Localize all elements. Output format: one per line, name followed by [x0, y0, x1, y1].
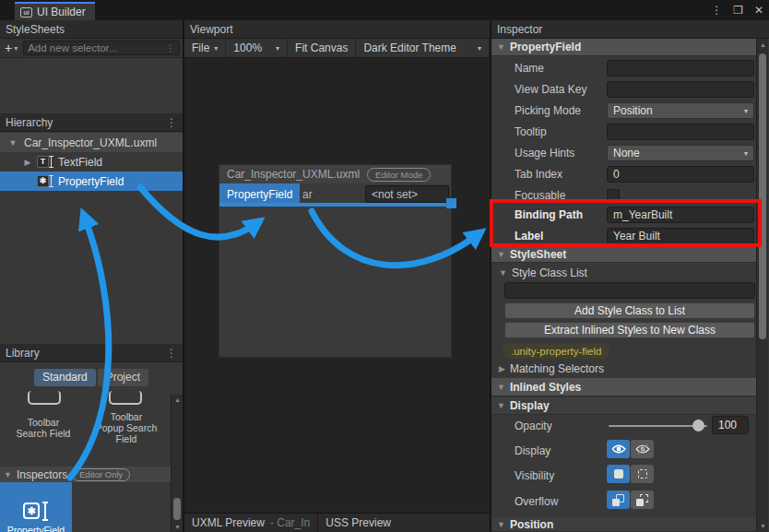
canvas-header[interactable]: Car_Inspector_UXML.uxml Editor Mode: [219, 165, 451, 183]
overflow-hidden-toggle[interactable]: [631, 491, 654, 509]
usage-hints-dropdown[interactable]: None ▾: [607, 145, 754, 161]
hierarchy-menu-icon[interactable]: ⋮: [166, 116, 177, 129]
extract-inlined-styles-button[interactable]: Extract Inlined Styles to New Class: [504, 322, 755, 338]
overflow-visible-toggle[interactable]: [607, 491, 630, 509]
tab-index-input[interactable]: 0: [607, 166, 754, 183]
tree-row-root[interactable]: ▼ Car_Inspector_UXML.uxml: [0, 133, 183, 152]
close-icon[interactable]: ✕: [754, 4, 763, 17]
display-label: Display: [515, 444, 550, 457]
file-menu[interactable]: File ▾: [184, 39, 226, 57]
style-class-input[interactable]: [504, 282, 755, 299]
view-data-key-input[interactable]: [607, 81, 754, 98]
uss-preview-label: USS Preview: [325, 516, 391, 529]
view-data-key-label: View Data Key: [515, 83, 587, 96]
ui-builder-icon: ui: [20, 7, 32, 18]
overflow-visible-icon: [612, 494, 624, 506]
propertyfield-tile-icon: ✱: [22, 501, 50, 525]
class-pill-unity-property-field[interactable]: .unity-property-field: [503, 343, 609, 359]
section-propertyfield[interactable]: ▼ PropertyField: [491, 39, 756, 56]
matching-selectors-foldout[interactable]: ▶ Matching Selectors: [491, 361, 756, 377]
maximize-icon[interactable]: ❒: [733, 4, 743, 17]
window-menu-icon[interactable]: ⋮: [711, 4, 722, 17]
tab-standard[interactable]: Standard: [34, 369, 96, 386]
selected-element-chip[interactable]: PropertyField: [219, 183, 300, 205]
style-class-list-foldout[interactable]: ▼ Style Class List: [491, 265, 756, 281]
section-display[interactable]: ▼ Display: [491, 397, 756, 415]
style-class-list-label: Style Class List: [512, 266, 587, 279]
visibility-visible-toggle[interactable]: [607, 465, 630, 483]
foldout-closed-icon[interactable]: ▶: [22, 158, 33, 167]
section-inlined-styles[interactable]: ▼ Inlined Styles: [491, 378, 756, 396]
zoom-dropdown[interactable]: 100% ▾: [226, 39, 288, 57]
scroll-down-icon[interactable]: ▼: [172, 524, 183, 530]
element-value-field[interactable]: <not set>: [365, 185, 449, 203]
library-item-toolbar-popup-search-field[interactable]: Toolbar Popup Search Field: [87, 411, 166, 444]
new-selector-input[interactable]: Add new selector... ⋮: [23, 41, 180, 55]
library-tile-propertyfield[interactable]: ✱ PropertyField: [0, 482, 72, 532]
theme-dropdown[interactable]: Dark Editor Theme ▾: [356, 39, 490, 57]
canvas[interactable]: Car_Inspector_UXML.uxml Editor Mode Prop…: [219, 164, 452, 358]
foldout-open-icon: ▼: [499, 268, 507, 278]
tree-root-label: Car_Inspector_UXML.uxml: [24, 136, 157, 149]
tab-project[interactable]: Project: [98, 369, 148, 386]
tab-ui-builder[interactable]: ui UI Builder: [15, 2, 95, 20]
foldout-open-icon[interactable]: ▼: [7, 138, 18, 148]
add-selector-button[interactable]: + ▾: [3, 41, 19, 55]
add-style-class-button[interactable]: Add Style Class to List: [504, 302, 755, 319]
tab-uxml-preview[interactable]: UXML Preview - Car_In: [184, 514, 317, 532]
file-menu-label: File: [192, 41, 209, 54]
library-item-toolbar-search-field[interactable]: Toolbar Search Field: [4, 417, 83, 439]
inspector-scrollbar[interactable]: ▲ ▼: [756, 39, 768, 532]
library-menu-icon[interactable]: ⋮: [166, 347, 177, 360]
tooltip-input[interactable]: [607, 124, 754, 140]
stylesheets-header: StyleSheets: [0, 20, 183, 39]
eye-off-icon: [635, 443, 650, 455]
name-input[interactable]: [607, 60, 754, 77]
foldout-open-icon: ▼: [4, 470, 12, 479]
canvas-title: Car_Inspector_UXML.uxml: [227, 168, 360, 181]
scroll-up-icon[interactable]: ▲: [757, 41, 769, 48]
visibility-hidden-toggle[interactable]: [631, 465, 654, 483]
library-header: Library ⋮: [0, 344, 183, 362]
section-position[interactable]: ▼ Position: [491, 517, 756, 532]
tile-propertyfield-label: PropertyField: [7, 525, 65, 532]
selection-resize-handle[interactable]: [446, 198, 456, 208]
fit-canvas-button[interactable]: Fit Canvas: [288, 39, 356, 57]
visibility-label: Visibility: [515, 469, 554, 482]
library-item-label: Field: [87, 433, 166, 444]
caret-down-icon: ▾: [14, 44, 18, 53]
display-hidden-toggle[interactable]: [631, 440, 654, 458]
left-panel: StyleSheets + ▾ Add new selector... ⋮ Hi…: [0, 20, 184, 532]
foldout-open-icon: ▼: [497, 520, 505, 529]
library-scrollbar[interactable]: ▲ ▼: [171, 395, 183, 532]
toolbar-popup-search-field-icon[interactable]: [109, 391, 142, 405]
selector-options-icon[interactable]: ⋮: [166, 43, 175, 53]
toolbar-search-field-icon[interactable]: [28, 391, 61, 405]
tree-row-propertyfield[interactable]: ✱ PropertyField: [0, 171, 183, 191]
section-stylesheet[interactable]: ▼ StyleSheet: [491, 246, 756, 263]
display-visible-toggle[interactable]: [607, 440, 630, 458]
foldout-open-icon: ▼: [497, 42, 505, 52]
inspectors-category-header[interactable]: ▼ Inspectors Editor Only: [0, 467, 171, 482]
eye-icon: [611, 443, 626, 455]
preview-tabs-bar: UXML Preview - Car_In USS Preview: [184, 513, 490, 532]
opacity-slider-knob[interactable]: [692, 420, 704, 432]
scrollbar-thumb[interactable]: [759, 53, 766, 339]
section-position-label: Position: [510, 518, 553, 531]
editor-only-badge: Editor Only: [72, 468, 130, 481]
canvas-element-row[interactable]: PropertyField ar <not set>: [219, 183, 451, 205]
scroll-up-icon[interactable]: ▲: [172, 396, 183, 403]
viewport-toolbar: File ▾ 100% ▾ Fit Canvas Dark Editor The…: [184, 39, 490, 58]
picking-mode-dropdown[interactable]: Position ▾: [607, 102, 754, 119]
scroll-down-icon[interactable]: ▼: [757, 523, 769, 529]
opacity-value-input[interactable]: 100: [712, 416, 749, 434]
tree-row-textfield[interactable]: ▶ T TextField: [0, 152, 183, 171]
fit-canvas-label: Fit Canvas: [295, 41, 348, 54]
section-stylesheet-label: StyleSheet: [510, 248, 566, 261]
foldout-open-icon: ▼: [497, 383, 505, 392]
library-content: Toolbar Search Field Toolbar Popup Searc…: [0, 391, 171, 532]
scrollbar-thumb[interactable]: [173, 498, 181, 520]
filled-square-icon: [614, 469, 623, 479]
tab-uss-preview[interactable]: USS Preview: [318, 514, 398, 532]
svg-text:✱: ✱: [27, 505, 35, 516]
